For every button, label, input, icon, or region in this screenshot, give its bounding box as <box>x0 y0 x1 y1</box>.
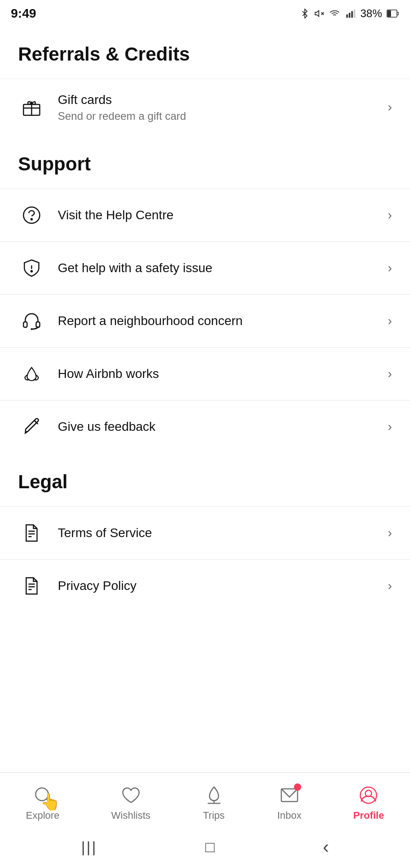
nav-items: 👆 Explore Wishlists Trips <box>0 773 410 829</box>
privacy-icon <box>18 572 45 599</box>
svg-point-33 <box>360 787 377 803</box>
nav-wishlists-label: Wishlists <box>111 810 150 821</box>
svg-point-13 <box>23 207 40 223</box>
gift-cards-text: Gift cards Send or redeem a gift card <box>58 92 383 123</box>
help-circle-icon <box>18 202 45 229</box>
safety-icon <box>18 255 45 282</box>
wifi-icon <box>329 9 340 19</box>
safety-label: Get help with a safety issue <box>58 260 383 276</box>
profile-icon <box>357 783 380 807</box>
feedback-label: Give us feedback <box>58 419 383 435</box>
gift-cards-sublabel: Send or redeem a gift card <box>58 110 383 123</box>
main-content: Referrals & Credits Gift cards Send or r… <box>0 25 410 684</box>
cursor-hand: 👆 <box>40 793 61 811</box>
legal-section-header: Legal <box>0 453 410 506</box>
battery-percent: 38% <box>360 7 382 20</box>
android-nav: ||| □ ‹ <box>0 829 410 868</box>
privacy-item[interactable]: Privacy Policy › <box>0 559 410 612</box>
terms-text: Terms of Service <box>58 525 383 541</box>
neighbourhood-chevron: › <box>388 314 392 328</box>
feedback-chevron: › <box>388 420 392 434</box>
svg-rect-9 <box>387 10 391 17</box>
privacy-text: Privacy Policy <box>58 578 383 594</box>
svg-marker-0 <box>315 11 319 17</box>
help-centre-label: Visit the Help Centre <box>58 207 383 223</box>
referrals-section-header: Referrals & Credits <box>0 25 410 79</box>
help-centre-item[interactable]: Visit the Help Centre › <box>0 189 410 241</box>
battery-icon <box>387 9 399 19</box>
nav-explore[interactable]: 👆 Explore <box>17 780 69 825</box>
safety-chevron: › <box>388 261 392 275</box>
terms-chevron: › <box>388 526 392 540</box>
pencil-icon <box>18 413 45 440</box>
gift-cards-label: Gift cards <box>58 92 383 108</box>
svg-rect-7 <box>354 9 355 18</box>
android-home-btn[interactable]: □ <box>205 838 215 856</box>
how-airbnb-chevron: › <box>388 367 392 381</box>
airbnb-logo-icon <box>18 360 45 387</box>
safety-item[interactable]: Get help with a safety issue › <box>0 241 410 294</box>
nav-profile-label: Profile <box>353 810 384 821</box>
safety-text: Get help with a safety issue <box>58 260 383 276</box>
neighbourhood-text: Report a neighbourhood concern <box>58 313 383 329</box>
feedback-text: Give us feedback <box>58 419 383 435</box>
help-centre-chevron: › <box>388 208 392 222</box>
svg-rect-5 <box>349 13 350 18</box>
svg-point-16 <box>31 271 33 272</box>
nav-trips-label: Trips <box>203 810 224 821</box>
inbox-icon <box>278 783 301 807</box>
headset-icon <box>18 307 45 335</box>
how-airbnb-label: How Airbnb works <box>58 366 383 382</box>
terms-item[interactable]: Terms of Service › <box>0 506 410 559</box>
nav-trips[interactable]: Trips <box>193 780 235 825</box>
privacy-chevron: › <box>388 579 392 593</box>
help-centre-text: Visit the Help Centre <box>58 207 383 223</box>
search-icon: 👆 <box>31 783 55 807</box>
legal-title: Legal <box>18 471 68 492</box>
heart-icon <box>119 783 143 807</box>
feedback-item[interactable]: Give us feedback › <box>0 400 410 453</box>
nav-inbox[interactable]: Inbox <box>268 780 311 825</box>
neighbourhood-item[interactable]: Report a neighbourhood concern › <box>0 294 410 347</box>
svg-rect-4 <box>346 14 348 18</box>
status-bar: 9:49 38% <box>0 0 410 25</box>
nav-wishlists[interactable]: Wishlists <box>102 780 159 825</box>
support-section-header: Support <box>0 135 410 189</box>
bluetooth-icon <box>300 9 310 19</box>
bottom-nav: 👆 Explore Wishlists Trips <box>0 772 410 868</box>
svg-rect-17 <box>23 322 27 327</box>
gift-cards-chevron: › <box>388 100 392 114</box>
terms-label: Terms of Service <box>58 525 383 541</box>
referrals-title: Referrals & Credits <box>18 43 190 65</box>
inbox-notification-dot <box>294 783 301 791</box>
svg-point-19 <box>31 328 33 330</box>
support-title: Support <box>18 153 91 175</box>
privacy-label: Privacy Policy <box>58 578 383 594</box>
signal-icon <box>345 9 356 19</box>
status-icons: 38% <box>300 7 399 20</box>
how-airbnb-item[interactable]: How Airbnb works › <box>0 347 410 400</box>
gift-card-icon <box>18 94 45 121</box>
svg-rect-6 <box>351 11 353 18</box>
terms-icon <box>18 519 45 547</box>
trips-icon <box>202 783 226 807</box>
android-recent-btn[interactable]: ||| <box>81 838 98 856</box>
svg-point-14 <box>31 219 33 220</box>
android-back-btn[interactable]: ‹ <box>323 837 329 857</box>
mute-icon <box>314 9 324 19</box>
how-airbnb-text: How Airbnb works <box>58 366 383 382</box>
gift-cards-item[interactable]: Gift cards Send or redeem a gift card › <box>0 79 410 135</box>
status-time: 9:49 <box>11 6 36 21</box>
neighbourhood-label: Report a neighbourhood concern <box>58 313 383 329</box>
nav-inbox-label: Inbox <box>277 810 302 821</box>
nav-profile[interactable]: Profile <box>344 780 393 825</box>
